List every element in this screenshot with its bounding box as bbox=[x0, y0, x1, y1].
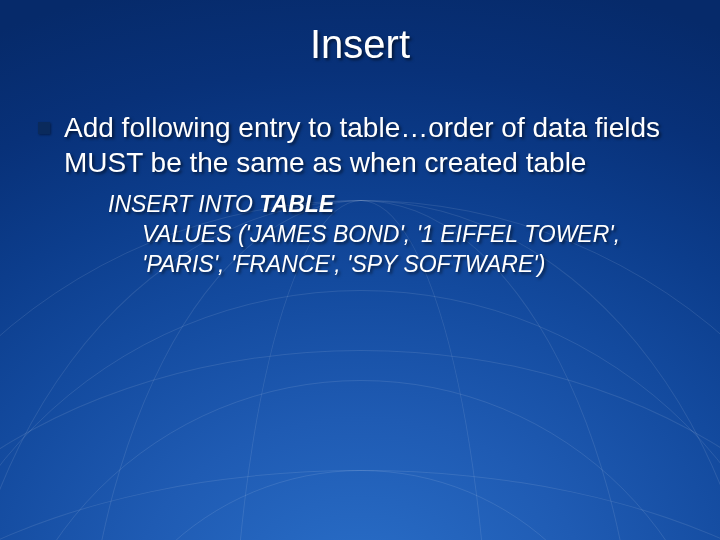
code-keyword: TABLE bbox=[259, 191, 334, 217]
slide-content: Add following entry to table…order of da… bbox=[38, 110, 690, 280]
code-line-1: INSERT INTO TABLE bbox=[108, 190, 690, 220]
bullet-text: Add following entry to table…order of da… bbox=[64, 110, 690, 180]
code-block: INSERT INTO TABLE VALUES ('JAMES BOND', … bbox=[108, 190, 690, 280]
code-text: INSERT INTO bbox=[108, 191, 259, 217]
code-line-2: VALUES ('JAMES BOND', '1 EIFFEL TOWER', bbox=[108, 220, 690, 250]
code-line-3: 'PARIS', 'FRANCE', 'SPY SOFTWARE') bbox=[108, 250, 690, 280]
bullet-item: Add following entry to table…order of da… bbox=[38, 110, 690, 180]
slide: Insert Add following entry to table…orde… bbox=[0, 0, 720, 540]
slide-title: Insert bbox=[0, 22, 720, 67]
bullet-square-icon bbox=[38, 122, 50, 134]
